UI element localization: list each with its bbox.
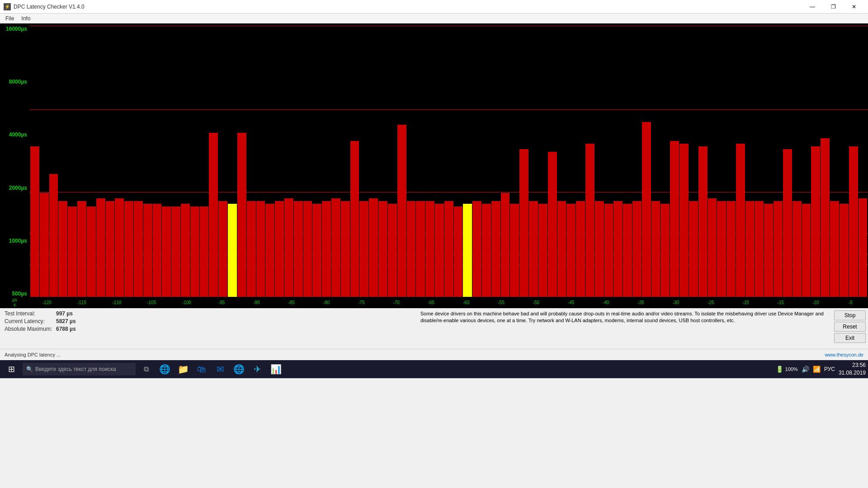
start-button[interactable]: ⊞	[2, 361, 20, 378]
reset-button[interactable]: Reset	[834, 322, 866, 332]
bar-84	[821, 138, 830, 297]
bar-9	[115, 198, 124, 297]
test-interval-label: Test Interval:	[5, 310, 54, 317]
info-message-text: Some device drivers on this machine beha…	[420, 310, 827, 324]
search-placeholder: Введите здесь текст для поиска	[35, 366, 116, 372]
info-message-area: Some device drivers on this machine beha…	[416, 308, 832, 349]
bar-55	[548, 152, 557, 297]
store-button[interactable]: 🛍	[193, 361, 210, 377]
chart-app-button[interactable]: 📊	[268, 361, 284, 377]
x-tick-115: -115	[64, 300, 99, 305]
window-controls: — ❐ ✕	[802, 0, 864, 14]
bar-81	[793, 201, 802, 297]
bar-50	[501, 193, 510, 297]
x-tick-80: -80	[309, 300, 344, 305]
bar-20	[218, 201, 227, 297]
bar-58	[576, 201, 585, 297]
bar-69	[679, 144, 689, 297]
bar-88	[859, 198, 868, 297]
edge-icon: 🌐	[159, 364, 170, 375]
battery-area: 🔋 100%	[776, 366, 798, 373]
absolute-maximum-label: Absolute Maximum:	[5, 326, 54, 332]
bar-21	[228, 204, 237, 297]
bar-10	[124, 201, 133, 297]
x-tick-95: -95	[204, 300, 239, 305]
x-tick-75: -75	[344, 300, 379, 305]
battery-icon: 🔋	[776, 366, 783, 373]
x-tick-40: -40	[589, 300, 623, 305]
windows-icon: ⊞	[8, 364, 15, 374]
bar-56	[557, 201, 566, 297]
bar-18	[200, 206, 209, 297]
exit-button[interactable]: Exit	[834, 333, 866, 343]
bar-6	[87, 206, 96, 297]
mail-button[interactable]: ✉	[212, 361, 228, 377]
menu-info[interactable]: Info	[18, 14, 34, 23]
x-tick-5: -5	[833, 300, 868, 305]
bar-47	[472, 201, 481, 297]
current-latency-row: Current Latency: 5827 µs	[5, 318, 411, 324]
x-axis: -120 -115 -110 -105 -100 -95 -90 -85 -80…	[29, 297, 868, 308]
bar-35	[359, 201, 368, 297]
bar-38	[388, 204, 397, 297]
bar-32	[331, 198, 340, 297]
bar-12	[143, 204, 152, 297]
edge-button[interactable]: 🌐	[156, 361, 173, 377]
x-tick-120: -120	[29, 300, 64, 305]
telegram-icon: ✈	[254, 364, 261, 375]
bar-67	[660, 204, 670, 297]
x-tick-20: -20	[728, 300, 763, 305]
bar-61	[604, 204, 613, 297]
explorer-button[interactable]: 📁	[175, 361, 191, 377]
chrome-button[interactable]: 🌐	[231, 361, 247, 377]
battery-percent: 100%	[785, 366, 798, 372]
task-view-button[interactable]: ⧉	[138, 361, 154, 377]
bar-46	[463, 204, 472, 297]
y-label-2000: 2000µs	[2, 185, 27, 191]
taskbar: ⊞ 🔍 Введите здесь текст для поиска ⧉ 🌐 📁…	[0, 360, 868, 378]
test-interval-value: 997 µs	[56, 310, 73, 317]
bars-area	[29, 23, 868, 297]
bar-85	[830, 201, 839, 297]
current-latency-value: 5827 µs	[56, 318, 76, 324]
bar-74	[726, 201, 736, 297]
search-bar[interactable]: 🔍 Введите здесь текст для поиска	[23, 363, 136, 375]
bar-31	[322, 201, 331, 297]
telegram-button[interactable]: ✈	[249, 361, 265, 377]
x-tick-105: -105	[134, 300, 169, 305]
clock: 23:56 31.08.2019	[839, 361, 866, 377]
window-title: DPC Latency Checker V1.4.0	[14, 4, 85, 10]
y-label-500: 500µs	[2, 291, 27, 297]
x-tick-65: -65	[414, 300, 448, 305]
bar-16	[181, 204, 190, 297]
bar-73	[717, 201, 726, 297]
task-view-icon: ⧉	[144, 365, 149, 373]
bar-72	[708, 198, 717, 297]
statusbar: Analysing DPC latency ... www.thesycon.d…	[0, 349, 868, 360]
status-link[interactable]: www.thesycon.de	[825, 352, 863, 357]
bar-13	[153, 204, 162, 297]
x-tick-10: -10	[798, 300, 833, 305]
bar-66	[651, 201, 660, 297]
test-interval-row: Test Interval: 997 µs	[5, 310, 411, 317]
bar-19	[209, 133, 218, 297]
menu-file[interactable]: File	[2, 14, 18, 23]
titlebar-left: ⚡ DPC Latency Checker V1.4.0	[4, 3, 85, 10]
chart-icon: 📊	[270, 364, 282, 375]
bar-1	[40, 193, 49, 297]
stop-button[interactable]: Stop	[834, 310, 866, 320]
bar-80	[783, 149, 792, 297]
bar-24	[256, 201, 265, 297]
maximize-button[interactable]: ❐	[823, 0, 844, 14]
current-latency-label: Current Latency:	[5, 318, 54, 324]
bar-2	[49, 174, 58, 297]
bar-87	[849, 146, 858, 297]
close-button[interactable]: ✕	[844, 0, 864, 14]
minimize-button[interactable]: —	[802, 0, 823, 14]
bar-0	[30, 146, 39, 297]
bar-78	[764, 204, 773, 297]
bar-5	[77, 201, 86, 297]
bar-23	[247, 201, 256, 297]
network-icon: 📶	[813, 366, 821, 373]
x-tick-85: -85	[274, 300, 309, 305]
